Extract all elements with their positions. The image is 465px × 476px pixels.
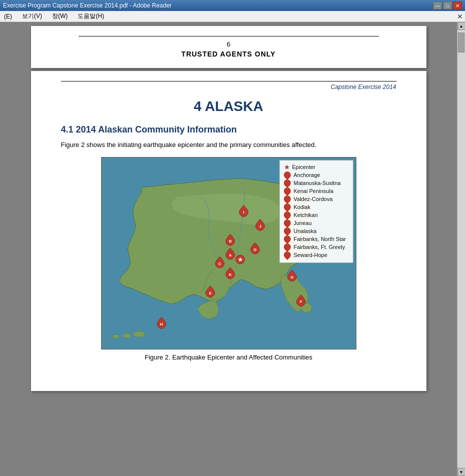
- legend-badge-a: [282, 170, 292, 180]
- page-number: 6: [61, 40, 396, 48]
- legend-badge-c: [282, 186, 292, 196]
- menu-item-help[interactable]: 도움말(H): [76, 11, 106, 22]
- legend-label-e: Kodiak: [294, 204, 311, 210]
- legend-item-c: Kenai Peninsula: [284, 188, 349, 194]
- svg-text:B: B: [229, 239, 232, 244]
- scroll-up-button[interactable]: ▲: [457, 22, 466, 30]
- scroll-thumb[interactable]: [458, 32, 464, 52]
- legend-badge-f: [282, 210, 292, 220]
- title-bar-text: Exercise Program Capstone Exercise 2014.…: [3, 2, 172, 9]
- legend-badge-e: [282, 202, 292, 212]
- pdf-area[interactable]: 6 TRUSTED AGENTS ONLY Capstone Exercise …: [0, 22, 457, 476]
- legend-item-d: Valdez-Cordova: [284, 196, 349, 202]
- svg-point-7: [112, 334, 119, 338]
- svg-text:F: F: [299, 300, 302, 304]
- svg-text:★: ★: [237, 256, 243, 262]
- minimize-button[interactable]: —: [433, 2, 442, 10]
- menu-item-edit[interactable]: (E): [2, 12, 14, 21]
- legend-label-b: Matanuska-Susitna: [294, 180, 341, 186]
- maximize-button[interactable]: □: [443, 2, 452, 10]
- svg-text:H: H: [160, 322, 163, 326]
- svg-text:D: D: [253, 248, 256, 252]
- svg-text:I: I: [243, 210, 244, 214]
- menu-item-view[interactable]: 보기(V): [20, 11, 44, 22]
- map-wrapper: I J B: [101, 157, 356, 350]
- title-bar: Exercise Program Capstone Exercise 2014.…: [0, 0, 465, 11]
- svg-point-5: [133, 331, 145, 337]
- legend-item-f: Ketchikan: [284, 212, 349, 218]
- figure-caption: Figure 2. Earthquake Epicenter and Affec…: [145, 354, 312, 361]
- footer-divider: [79, 36, 379, 36]
- legend-item-e: Kodiak: [284, 204, 349, 210]
- legend-item-a: Anchorage: [284, 172, 349, 178]
- header-divider: [61, 81, 396, 82]
- svg-text:A: A: [229, 252, 232, 257]
- legend-badge-h: [282, 226, 292, 236]
- legend-item-j: Fairbanks, Ft. Greely: [284, 244, 349, 250]
- close-window-button[interactable]: ✕: [453, 2, 462, 10]
- svg-text:G: G: [290, 274, 293, 279]
- title-bar-controls: — □ ✕: [433, 2, 462, 10]
- legend-label-epicenter: Epicenter: [292, 164, 315, 170]
- legend-label-f: Ketchikan: [294, 212, 318, 218]
- page-footer: 6 TRUSTED AGENTS ONLY: [31, 26, 426, 68]
- legend-item-h: Unalaska: [284, 228, 349, 234]
- legend-label-a: Anchorage: [294, 172, 320, 178]
- svg-text:J: J: [259, 224, 261, 228]
- legend-label-c: Kenai Peninsula: [294, 188, 334, 194]
- scroll-down-button[interactable]: ▼: [457, 468, 466, 476]
- legend-item-epicenter: ★ Epicenter: [284, 164, 349, 170]
- section-title: 4.1 2014 Alaskan Community Information: [61, 124, 396, 135]
- legend-label-d: Valdez-Cordova: [294, 196, 333, 202]
- legend-label-k: Seward-Hope: [294, 252, 327, 258]
- header-right-text: Capstone Exercise 2014: [61, 84, 396, 90]
- epicenter-icon: ★: [284, 164, 290, 170]
- map-legend: ★ Epicenter Anchorage Matanuska-Susitna: [279, 160, 353, 263]
- legend-badge-i: [282, 234, 292, 244]
- legend-item-g: Juneau: [284, 220, 349, 226]
- scrollbar[interactable]: ▲ ▼: [457, 22, 465, 476]
- menu-item-window[interactable]: 창(W): [50, 11, 70, 22]
- svg-text:K: K: [229, 272, 232, 276]
- chapter-title: 4 ALASKA: [61, 98, 396, 114]
- legend-item-k: Seward-Hope: [284, 252, 349, 258]
- legend-badge-j: [282, 242, 292, 252]
- figure-container: I J B: [61, 157, 396, 361]
- scroll-track[interactable]: [457, 30, 465, 468]
- svg-text:C: C: [218, 261, 221, 266]
- legend-badge-k: [282, 250, 292, 260]
- page-main: Capstone Exercise 2014 4 ALASKA 4.1 2014…: [31, 71, 426, 391]
- legend-label-h: Unalaska: [294, 228, 317, 234]
- section-text: Figure 2 shows the initiating earthquake…: [61, 140, 396, 150]
- legend-badge-d: [282, 194, 292, 204]
- menu-close-button[interactable]: ✕: [457, 12, 463, 20]
- svg-text:E: E: [209, 290, 211, 295]
- main-area: 6 TRUSTED AGENTS ONLY Capstone Exercise …: [0, 22, 465, 476]
- legend-item-i: Fairbanks, North Star: [284, 236, 349, 242]
- legend-item-b: Matanuska-Susitna: [284, 180, 349, 186]
- menu-bar: (E) 보기(V) 창(W) 도움말(H) ✕: [0, 11, 465, 22]
- legend-badge-b: [282, 178, 292, 188]
- svg-point-6: [123, 333, 131, 338]
- legend-label-g: Juneau: [294, 220, 312, 226]
- legend-label-i: Fairbanks, North Star: [294, 236, 346, 242]
- trusted-agents-label: TRUSTED AGENTS ONLY: [61, 50, 396, 58]
- legend-label-j: Fairbanks, Ft. Greely: [294, 244, 345, 250]
- legend-badge-g: [282, 218, 292, 228]
